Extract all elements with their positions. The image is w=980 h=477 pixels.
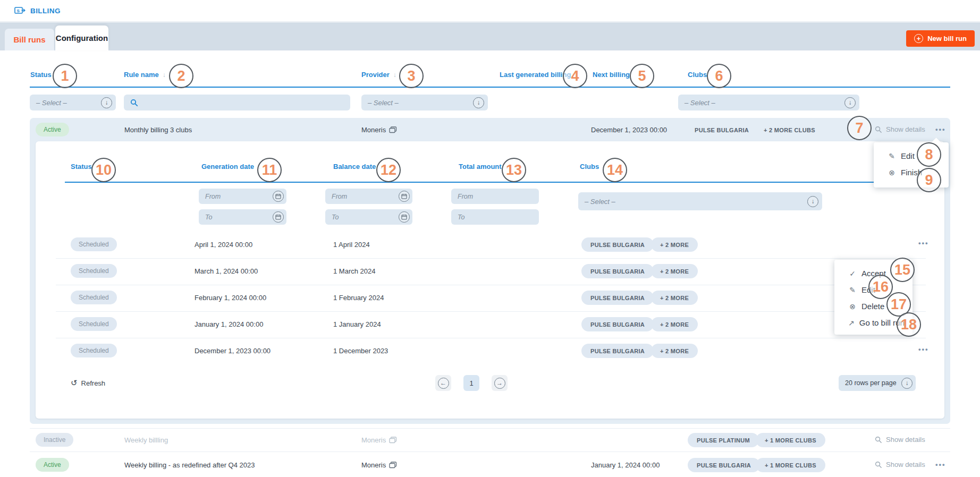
annotation-18: 18 bbox=[897, 312, 921, 337]
calendar-icon bbox=[273, 191, 284, 202]
column-header-clubs: Clubs bbox=[688, 71, 707, 79]
total-amount-to-input[interactable]: To bbox=[451, 209, 539, 225]
show-details-button[interactable]: Show details bbox=[875, 436, 925, 444]
annotation-2: 2 bbox=[169, 64, 193, 88]
rule-name-search-input[interactable] bbox=[124, 95, 350, 110]
new-bill-run-button[interactable]: + New bill run bbox=[906, 30, 975, 47]
arrow-left-icon: ← bbox=[438, 378, 449, 389]
table-row: Scheduled March 1, 2024 00:00 1 March 20… bbox=[36, 258, 944, 285]
show-details-button[interactable]: Show details bbox=[875, 461, 925, 469]
generation-date-cell: March 1, 2024 00:00 bbox=[195, 267, 258, 275]
status-badge: Scheduled bbox=[71, 291, 117, 304]
annotation-15: 15 bbox=[890, 258, 915, 282]
prev-page-button[interactable]: ← bbox=[435, 375, 451, 391]
clubs-filter-select[interactable]: – Select – ↓ bbox=[678, 95, 859, 110]
column-header-next-billing: Next billing bbox=[593, 71, 630, 79]
pencil-icon: ✎ bbox=[888, 152, 896, 160]
row-actions-button[interactable]: ••• bbox=[918, 345, 929, 353]
status-badge: Active bbox=[36, 123, 69, 137]
show-details-button[interactable]: Show details bbox=[875, 125, 925, 133]
annotation-9: 9 bbox=[917, 168, 941, 192]
more-clubs-chip[interactable]: + 1 MORE CLUBS bbox=[756, 433, 825, 447]
provider-filter-select[interactable]: – Select – ↓ bbox=[361, 95, 488, 110]
club-chip: PULSE BULGARIA bbox=[581, 291, 654, 305]
svg-text:S: S bbox=[17, 8, 20, 13]
annotation-4: 4 bbox=[563, 64, 587, 88]
more-clubs-chip[interactable]: + 2 MORE CLUBS bbox=[764, 127, 815, 133]
generation-date-cell: February 1, 2024 00:00 bbox=[195, 294, 266, 302]
inner-column-total-amount[interactable]: Total amount↓ bbox=[459, 163, 509, 171]
club-chip: PULSE PLATINUM bbox=[688, 433, 759, 447]
generation-date-cell: April 1, 2024 00:00 bbox=[195, 241, 252, 249]
generation-date-cell: January 1, 2024 00:00 bbox=[195, 320, 263, 328]
club-chip: PULSE BULGARIA bbox=[688, 458, 760, 472]
table-row: Inactive Weekly billling Moneris PULSE P… bbox=[0, 429, 980, 452]
row-actions-button[interactable]: ••• bbox=[918, 239, 929, 247]
inner-column-balance-date[interactable]: Balance date↓ bbox=[333, 163, 383, 171]
more-clubs-chip[interactable]: + 2 MORE bbox=[651, 264, 698, 278]
more-clubs-chip[interactable]: + 2 MORE bbox=[651, 317, 698, 331]
club-chip: PULSE BULGARIA bbox=[581, 317, 654, 331]
plus-icon: + bbox=[914, 34, 923, 43]
pencil-icon: ✎ bbox=[848, 286, 857, 294]
more-clubs-chip[interactable]: + 2 MORE bbox=[651, 291, 698, 305]
refresh-icon: ↺ bbox=[71, 378, 78, 388]
provider-terminal-icon bbox=[389, 126, 397, 133]
club-chip: PULSE BULGARIA bbox=[581, 264, 654, 278]
inner-clubs-filter-select[interactable]: – Select – ↓ bbox=[578, 192, 822, 210]
annotation-13: 13 bbox=[502, 158, 526, 182]
tab-configuration[interactable]: Configuration bbox=[55, 25, 108, 50]
club-chip: PULSE BULGARIA bbox=[581, 344, 654, 358]
annotation-1: 1 bbox=[53, 64, 77, 88]
total-amount-from-input[interactable]: From bbox=[451, 189, 539, 204]
provider-cell: Moneris bbox=[361, 436, 397, 444]
rule-name: Weekly billling bbox=[124, 436, 168, 444]
current-page-button[interactable]: 1 bbox=[463, 375, 479, 391]
rows-per-page-select[interactable]: 20 rows per page ↓ bbox=[839, 375, 916, 391]
status-badge: Scheduled bbox=[71, 344, 117, 357]
table-row: Scheduled January 1, 2024 00:00 1 Januar… bbox=[36, 311, 944, 338]
status-filter-select[interactable]: – Select – ↓ bbox=[30, 95, 116, 110]
magnifier-icon bbox=[875, 126, 882, 133]
more-clubs-chip[interactable]: + 2 MORE bbox=[651, 237, 698, 252]
next-page-button[interactable]: → bbox=[492, 375, 508, 391]
balance-date-from-input[interactable]: From bbox=[325, 189, 412, 204]
inner-column-status: Status bbox=[71, 163, 92, 171]
column-header-last-generated-billing: Last generated billing bbox=[500, 71, 571, 79]
group-actions-button[interactable]: ••• bbox=[935, 125, 946, 133]
row-actions-button[interactable]: ••• bbox=[935, 461, 946, 469]
tab-band bbox=[0, 22, 980, 50]
status-badge: Scheduled bbox=[71, 237, 117, 251]
page-title: BILLING bbox=[30, 7, 61, 15]
refresh-button[interactable]: ↺ Refresh bbox=[71, 378, 105, 388]
next-billing-cell: January 1, 2024 00:00 bbox=[591, 461, 660, 469]
chevron-down-icon: ↓ bbox=[844, 97, 856, 108]
inner-column-generation-date[interactable]: Generation date↓ bbox=[201, 163, 261, 171]
more-clubs-chip[interactable]: + 1 MORE CLUBS bbox=[756, 458, 825, 472]
table-row: Scheduled December 1, 2023 00:00 1 Decem… bbox=[36, 338, 944, 364]
more-clubs-chip[interactable]: + 2 MORE bbox=[651, 344, 698, 358]
tab-bill-runs[interactable]: Bill runs bbox=[5, 29, 54, 50]
header-underline bbox=[30, 87, 950, 88]
magnifier-icon bbox=[875, 461, 882, 469]
column-header-rule-name[interactable]: Rule name↓ bbox=[124, 71, 166, 79]
annotation-12: 12 bbox=[376, 158, 401, 182]
provider-terminal-icon bbox=[389, 462, 397, 469]
club-chip: PULSE BULGARIA bbox=[695, 127, 749, 133]
balance-date-cell: 1 March 2024 bbox=[333, 267, 376, 275]
provider-cell: Moneris bbox=[361, 126, 397, 134]
generation-date-from-input[interactable]: From bbox=[199, 189, 286, 204]
bill-runs-card: Status Generation date↓ Balance date↓ To… bbox=[36, 141, 944, 419]
next-billing-cell: December 1, 2023 00:00 bbox=[591, 126, 667, 134]
calendar-icon bbox=[273, 211, 284, 223]
calendar-icon bbox=[399, 211, 410, 223]
circle-x-icon: ⊗ bbox=[848, 302, 857, 311]
status-badge: Active bbox=[36, 458, 69, 472]
balance-date-cell: 1 January 2024 bbox=[333, 320, 381, 328]
generation-date-to-input[interactable]: To bbox=[199, 209, 286, 225]
column-header-provider[interactable]: Provider↓ bbox=[361, 71, 396, 79]
table-row: Active Weekly billing - as redefined aft… bbox=[0, 452, 980, 477]
new-bill-run-label: New bill run bbox=[927, 35, 967, 42]
rule-name: Monthly billing 3 clubs bbox=[124, 126, 192, 134]
balance-date-to-input[interactable]: To bbox=[325, 209, 412, 225]
